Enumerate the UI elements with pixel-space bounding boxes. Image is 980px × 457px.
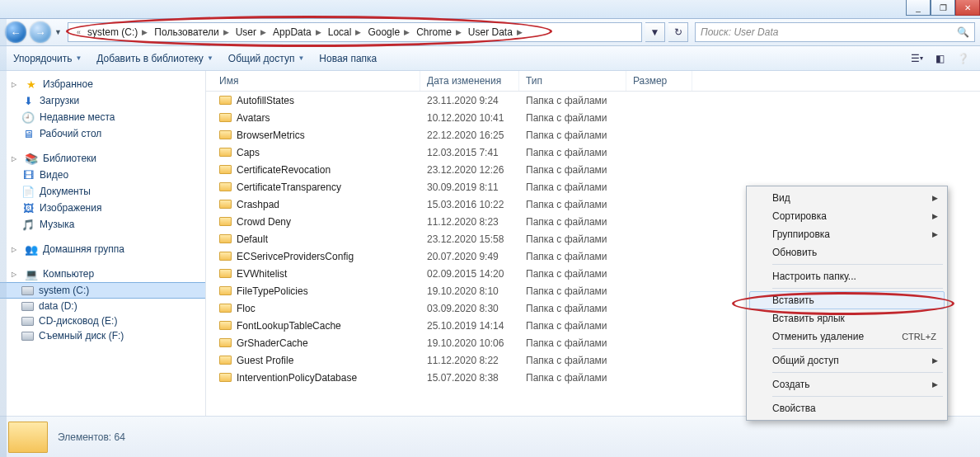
- sidebar-item-pictures[interactable]: 🖼Изображения: [0, 200, 205, 216]
- file-type: Папка с файлами: [519, 112, 626, 124]
- sidebar-item-videos[interactable]: 🎞Видео: [0, 167, 205, 183]
- column-header-date[interactable]: Дата изменения: [420, 71, 519, 91]
- ctx-new[interactable]: Создать▶: [749, 375, 945, 393]
- back-button[interactable]: ←: [5, 21, 26, 43]
- address-bar[interactable]: « system (C:)▶ Пользователи▶ User▶ AppDa…: [68, 22, 642, 42]
- folder-icon: [219, 321, 232, 330]
- ctx-customize-folder[interactable]: Настроить папку...: [749, 267, 945, 285]
- breadcrumb-item[interactable]: User Data▶: [465, 23, 526, 41]
- file-date: 19.10.2020 8:10: [420, 285, 519, 297]
- navigation-pane: ▷★Избранное ⬇Загрузки 🕘Недавние места 🖥Р…: [0, 71, 206, 416]
- ctx-view[interactable]: Вид▶: [749, 189, 945, 207]
- file-row[interactable]: Avatars10.12.2020 10:41Папка с файлами: [206, 109, 980, 126]
- organize-button[interactable]: Упорядочить▼: [7, 49, 88, 68]
- folder-icon: [219, 130, 232, 139]
- preview-pane-button[interactable]: ◧: [929, 49, 950, 68]
- folder-icon: [219, 338, 232, 347]
- folder-icon: [219, 96, 232, 105]
- file-name: Caps: [237, 147, 260, 158]
- sidebar-item-downloads[interactable]: ⬇Загрузки: [0, 92, 205, 109]
- file-type: Папка с файлами: [519, 268, 626, 280]
- search-placeholder: Поиск: User Data: [701, 26, 778, 38]
- window-edge: [0, 19, 7, 457]
- column-header-type[interactable]: Тип: [519, 71, 626, 91]
- sidebar-homegroup-header[interactable]: ▷👥Домашняя группа: [0, 241, 205, 257]
- file-row[interactable]: AutofillStates23.11.2020 9:24Папка с фай…: [206, 92, 980, 109]
- file-date: 11.12.2020 8:22: [420, 355, 519, 366]
- folder-icon: [8, 422, 48, 453]
- ctx-refresh[interactable]: Обновить: [749, 243, 945, 261]
- search-icon[interactable]: 🔍: [957, 26, 969, 38]
- file-date: 20.07.2020 9:49: [420, 251, 519, 262]
- close-button[interactable]: ✕: [955, 0, 980, 16]
- file-name: Crashpad: [237, 199, 279, 210]
- file-type: Папка с файлами: [519, 199, 626, 210]
- command-bar: Упорядочить▼ Добавить в библиотеку▼ Общи…: [0, 46, 980, 71]
- file-date: 22.12.2020 16:25: [420, 130, 519, 141]
- sidebar-favorites-header[interactable]: ▷★Избранное: [0, 76, 205, 92]
- ctx-group[interactable]: Группировка▶: [749, 225, 945, 243]
- folder-icon: [219, 373, 232, 382]
- minimize-button[interactable]: _: [906, 0, 931, 16]
- navigation-bar: ← → ▼ « system (C:)▶ Пользователи▶ User▶…: [0, 19, 980, 46]
- breadcrumb-item[interactable]: Пользователи▶: [151, 23, 232, 41]
- file-date: 23.12.2020 12:26: [420, 164, 519, 176]
- breadcrumb-item[interactable]: AppData▶: [270, 23, 325, 41]
- add-to-library-button[interactable]: Добавить в библиотеку▼: [90, 49, 219, 68]
- file-type: Папка с файлами: [519, 251, 626, 262]
- file-name: BrowserMetrics: [237, 130, 305, 141]
- ctx-separator: [772, 372, 943, 373]
- file-row[interactable]: Caps12.03.2015 7:41Папка с файлами: [206, 144, 980, 161]
- sidebar-item-data-d[interactable]: data (D:): [0, 299, 205, 313]
- ctx-share[interactable]: Общий доступ▶: [749, 351, 945, 370]
- file-row[interactable]: CertificateRevocation23.12.2020 12:26Пап…: [206, 161, 980, 178]
- file-type: Папка с файлами: [519, 303, 626, 314]
- sidebar-computer-header[interactable]: ▷💻Компьютер: [0, 266, 205, 282]
- help-button[interactable]: ❔: [952, 49, 973, 68]
- forward-button[interactable]: →: [30, 21, 51, 43]
- folder-icon: [219, 148, 232, 157]
- context-menu: Вид▶ Сортировка▶ Группировка▶ Обновить Н…: [746, 186, 948, 421]
- ctx-undo-delete[interactable]: Отменить удалениеCTRL+Z: [749, 327, 945, 346]
- sidebar-item-system-c[interactable]: system (C:): [0, 282, 205, 299]
- breadcrumb-item[interactable]: Chrome▶: [413, 23, 465, 41]
- search-input[interactable]: Поиск: User Data 🔍: [695, 22, 975, 42]
- sidebar-item-documents[interactable]: 📄Документы: [0, 183, 205, 200]
- ctx-separator: [772, 288, 943, 289]
- address-dropdown[interactable]: ▼: [645, 22, 665, 42]
- ctx-separator: [772, 396, 943, 397]
- share-button[interactable]: Общий доступ▼: [222, 49, 312, 68]
- folder-icon: [219, 113, 232, 122]
- folder-icon: [219, 356, 232, 365]
- sidebar-item-desktop[interactable]: 🖥Рабочий стол: [0, 125, 205, 142]
- file-type: Папка с файлами: [519, 337, 626, 349]
- sidebar-libraries-header[interactable]: ▷📚Библиотеки: [0, 150, 205, 167]
- sidebar-item-music[interactable]: 🎵Музыка: [0, 216, 205, 233]
- file-date: 23.12.2020 15:58: [420, 233, 519, 245]
- refresh-button[interactable]: ↻: [668, 22, 688, 42]
- file-date: 30.09.2019 8:11: [420, 181, 519, 193]
- ctx-separator: [772, 348, 943, 349]
- sidebar-item-cd-e[interactable]: CD-дисковод (E:): [0, 313, 205, 328]
- breadcrumb-item[interactable]: Local▶: [325, 23, 365, 41]
- sidebar-item-removable-f[interactable]: Съемный диск (F:): [0, 328, 205, 343]
- new-folder-button[interactable]: Новая папка: [312, 49, 383, 68]
- column-header-size[interactable]: Размер: [626, 71, 692, 91]
- sidebar-item-recent[interactable]: 🕘Недавние места: [0, 109, 205, 125]
- ctx-properties[interactable]: Свойства: [749, 399, 945, 417]
- breadcrumb-item[interactable]: User▶: [232, 23, 270, 41]
- view-options-button[interactable]: ☰▾: [906, 49, 927, 68]
- folder-icon: [219, 217, 232, 226]
- column-header-name[interactable]: Имя: [206, 71, 420, 91]
- ctx-sort[interactable]: Сортировка▶: [749, 207, 945, 225]
- file-row[interactable]: BrowserMetrics22.12.2020 16:25Папка с фа…: [206, 126, 980, 144]
- breadcrumb-item[interactable]: Google▶: [364, 23, 413, 41]
- maximize-button[interactable]: ❐: [931, 0, 955, 16]
- history-dropdown[interactable]: ▼: [54, 28, 64, 36]
- breadcrumb-sep-left: «: [72, 23, 84, 41]
- ctx-paste-shortcut[interactable]: Вставить ярлык: [749, 309, 945, 327]
- ctx-paste[interactable]: Вставить: [749, 291, 945, 309]
- breadcrumb-item[interactable]: system (C:)▶: [84, 23, 151, 41]
- file-date: 15.07.2020 8:38: [420, 372, 519, 384]
- address-bar-wrapper: « system (C:)▶ Пользователи▶ User▶ AppDa…: [68, 22, 642, 42]
